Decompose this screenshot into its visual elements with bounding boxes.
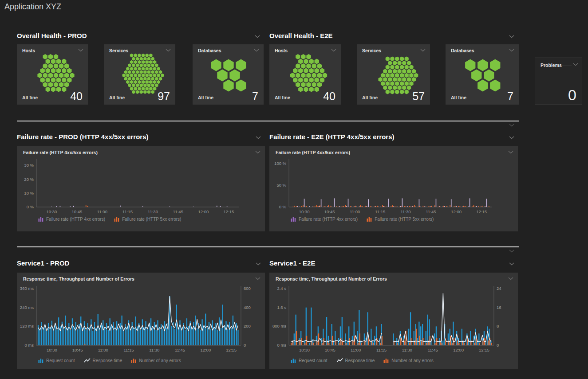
svg-text:11:00: 11:00	[98, 348, 108, 352]
svg-text:0 ms: 0 ms	[277, 343, 286, 348]
svg-text:12:15: 12:15	[224, 209, 234, 214]
chevron-down-icon[interactable]	[509, 136, 514, 139]
legend-item[interactable]: Response time	[84, 358, 122, 363]
svg-text:11:30: 11:30	[148, 209, 158, 214]
chart-legend: Failure rate (HTTP 4xx errors)Failure ra…	[38, 216, 181, 222]
health-tile-databases-e2e[interactable]: Databases All fine 7	[446, 44, 519, 105]
chevron-down-icon[interactable]	[256, 136, 261, 139]
legend-label: Failure rate (HTTP 4xx errors)	[299, 217, 358, 222]
svg-text:10 %: 10 %	[24, 191, 34, 195]
legend-item[interactable]: Failure rate (HTTP 4xx errors)	[291, 216, 358, 222]
chevron-down-icon[interactable]	[573, 63, 578, 66]
svg-text:10:45: 10:45	[324, 209, 335, 214]
tile-title: Problems	[541, 63, 562, 68]
chevron-down-icon[interactable]	[509, 250, 514, 253]
svg-text:10:45: 10:45	[72, 348, 83, 352]
svg-text:11:30: 11:30	[400, 209, 410, 214]
legend-bars-icon	[291, 358, 296, 363]
svg-text:600: 600	[244, 286, 251, 291]
section-title-overall-health-prod: Overall Health - PROD	[17, 32, 87, 39]
legend-item[interactable]: Failure rate (HTTP 5xx errors)	[114, 216, 181, 222]
status-label: All fine	[362, 95, 378, 100]
svg-text:0 ms: 0 ms	[24, 343, 34, 348]
service1-prod-tile[interactable]: Response time, Throughput and Number of …	[17, 273, 265, 369]
svg-text:12:00: 12:00	[453, 348, 464, 352]
page-title: Application XYZ	[4, 2, 61, 12]
chart-legend: Failure rate (HTTP 4xx errors)Failure ra…	[291, 216, 434, 222]
chevron-down-icon[interactable]	[256, 262, 261, 266]
svg-text:0 %: 0 %	[279, 204, 287, 209]
legend-label: Request count	[46, 358, 75, 363]
service1-e2e-tile[interactable]: Response time, Throughput and Number of …	[269, 273, 518, 369]
section-title-service1-e2e: Service1 - E2E	[269, 259, 315, 267]
svg-text:200: 200	[244, 324, 251, 328]
legend-line-icon	[84, 358, 91, 363]
entity-count: 97	[158, 90, 170, 103]
svg-text:11:15: 11:15	[122, 209, 133, 214]
failure-rate-e2e-tile[interactable]: Failure rate (HTTP 4xx/5xx errors) 100 %…	[269, 146, 518, 231]
legend-bars-icon	[38, 358, 44, 363]
svg-text:12:00: 12:00	[200, 348, 211, 352]
legend-label: Number of any errors	[139, 358, 181, 363]
svg-text:0: 0	[244, 343, 246, 348]
svg-text:0: 0	[497, 343, 499, 348]
legend-label: Failure rate (HTTP 4xx errors)	[46, 217, 105, 222]
svg-text:11:30: 11:30	[402, 348, 412, 352]
legend-item[interactable]: Response time	[336, 358, 375, 363]
problems-count: 0	[568, 86, 576, 104]
svg-text:11:45: 11:45	[175, 348, 185, 352]
chevron-down-icon[interactable]	[509, 124, 514, 127]
svg-text:11:00: 11:00	[97, 209, 107, 214]
svg-text:24: 24	[497, 286, 501, 291]
chevron-down-icon[interactable]	[255, 35, 260, 38]
section-divider	[17, 246, 519, 247]
entity-count: 7	[252, 90, 258, 103]
section-title-overall-health-e2e: Overall Health - E2E	[269, 32, 333, 39]
svg-text:240 ms: 240 ms	[20, 305, 34, 310]
legend-bars-icon	[367, 216, 372, 222]
svg-text:11:15: 11:15	[124, 348, 134, 352]
health-tile-hosts-prod[interactable]: Hosts All fine 40	[17, 44, 88, 105]
svg-text:50 %: 50 %	[276, 183, 286, 188]
section-title-failure-rate-e2e: Failure rate - E2E (HTTP 4xx/5xx errors)	[269, 133, 395, 141]
legend-item[interactable]: Request count	[38, 358, 75, 363]
health-tile-hosts-e2e[interactable]: Hosts All fine 40	[269, 44, 341, 105]
legend-label: Number of any errors	[391, 358, 433, 363]
svg-text:2.4 s: 2.4 s	[277, 286, 286, 291]
svg-text:11:00: 11:00	[351, 348, 361, 352]
svg-text:10:30: 10:30	[299, 209, 310, 214]
service1-e2e-chart: 2.4 s1.6 s800 ms0 ms24168010:3010:4511:0…	[269, 273, 518, 369]
legend-bars-icon	[114, 216, 120, 222]
legend-item[interactable]: Request count	[291, 358, 328, 363]
chevron-down-icon[interactable]	[509, 262, 514, 266]
svg-text:12:15: 12:15	[476, 209, 487, 214]
failure-rate-prod-tile[interactable]: Failure rate (HTTP 4xx/5xx errors) 30 %2…	[17, 146, 265, 231]
svg-text:8: 8	[497, 324, 499, 328]
svg-text:11:45: 11:45	[426, 209, 436, 214]
svg-text:11:15: 11:15	[375, 209, 385, 214]
status-label: All fine	[22, 95, 38, 100]
legend-label: Request count	[299, 358, 328, 363]
svg-text:400: 400	[244, 305, 251, 310]
chart-legend: Request countResponse timeNumber of any …	[291, 358, 434, 363]
legend-item[interactable]: Failure rate (HTTP 4xx errors)	[38, 216, 105, 222]
legend-line-icon	[336, 358, 343, 363]
chevron-down-icon[interactable]	[509, 35, 514, 38]
problems-sparkline	[562, 66, 572, 66]
health-tile-services-e2e[interactable]: Services All fine 57	[357, 44, 430, 105]
entity-count: 57	[412, 90, 425, 103]
svg-text:16: 16	[497, 305, 501, 310]
health-tile-databases-prod[interactable]: Databases All fine 7	[193, 44, 264, 105]
legend-item[interactable]: Number of any errors	[383, 358, 433, 363]
legend-item[interactable]: Number of any errors	[131, 358, 181, 363]
section-title-failure-rate-prod: Failure rate - PROD (HTTP 4xx/5xx errors…	[17, 133, 149, 141]
health-tile-services-prod[interactable]: Services All fine 97	[104, 44, 175, 105]
legend-item[interactable]: Failure rate (HTTP 5xx errors)	[367, 216, 434, 222]
service1-prod-chart: 360 ms240 ms120 ms0 ms600400200010:3010:…	[17, 273, 265, 369]
svg-text:100 %: 100 %	[274, 161, 287, 166]
svg-text:11:00: 11:00	[350, 209, 360, 214]
svg-text:10:45: 10:45	[72, 209, 83, 214]
svg-text:30 %: 30 %	[24, 163, 34, 168]
svg-text:0 %: 0 %	[27, 204, 34, 209]
problems-tile[interactable]: Problems 0	[535, 58, 582, 105]
